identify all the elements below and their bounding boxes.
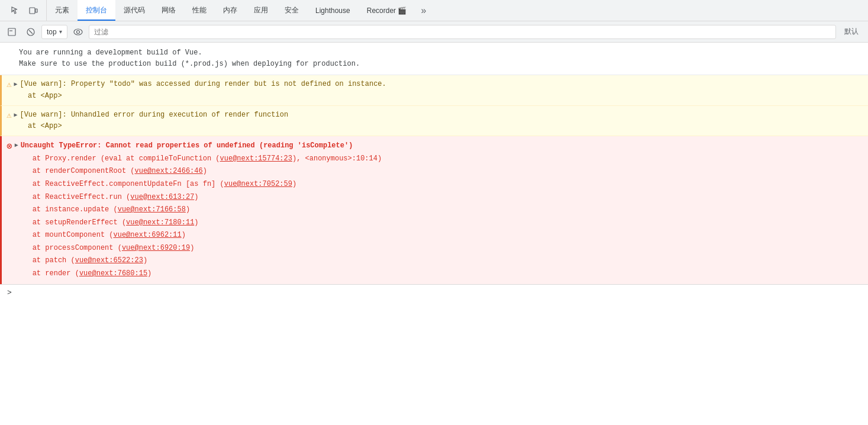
console-info-message: You are running a development build of V… — [0, 43, 868, 75]
inspect-element-button[interactable] — [7, 2, 24, 19]
svg-rect-0 — [30, 8, 35, 14]
stack-line-7: at mountComponent (vue@next:6962:11) — [33, 229, 382, 242]
tab-list: 元素 控制台 源代码 网络 性能 内存 应用 安全 Lighthouse Rec… — [47, 0, 866, 21]
tab-security[interactable]: 安全 — [276, 0, 307, 21]
svg-point-6 — [74, 29, 82, 35]
tab-performance[interactable]: 性能 — [184, 0, 215, 21]
svg-point-7 — [76, 30, 79, 33]
console-prompt-line: > — [0, 284, 868, 301]
stack-line-1: at Proxy.render (eval at compileToFuncti… — [33, 153, 382, 166]
filter-visibility-button[interactable] — [70, 24, 86, 40]
error-icon: ⊗ — [7, 140, 12, 152]
svg-rect-2 — [8, 28, 15, 36]
stack-link-10[interactable]: vue@next:7680:15 — [79, 269, 147, 278]
console-output: You are running a development build of V… — [0, 43, 868, 425]
error-main-text: Uncaught TypeError: Cannot read properti… — [21, 140, 382, 153]
tab-memory[interactable]: 内存 — [215, 0, 246, 21]
svg-rect-1 — [36, 9, 37, 12]
stack-link-8[interactable]: vue@next:6920:19 — [122, 244, 190, 252]
tab-console[interactable]: 控制台 — [78, 0, 115, 21]
console-warning-1: ⚠ ▶ [Vue warn]: Property "todo" was acce… — [0, 75, 868, 105]
tab-elements[interactable]: 元素 — [47, 0, 78, 21]
stack-link-7[interactable]: vue@next:6962:11 — [114, 231, 182, 239]
warning-toggle-1[interactable]: ▶ — [14, 81, 17, 88]
context-selector[interactable]: top ▾ — [41, 25, 67, 39]
stack-link-9[interactable]: vue@next:6522:23 — [75, 256, 143, 265]
warning-row-2: ⚠ ▶ [Vue warn]: Unhandled error during e… — [7, 110, 861, 121]
tab-more-button[interactable]: » — [415, 0, 432, 21]
warning-toggle-2[interactable]: ▶ — [14, 111, 17, 118]
info-line-1: You are running a development build of V… — [19, 47, 861, 59]
stack-line-4: at ReactiveEffect.run (vue@next:613:27) — [33, 191, 382, 204]
warning-text-2: [Vue warn]: Unhandled error during execu… — [20, 110, 288, 121]
warning-text-1: [Vue warn]: Property "todo" was accessed… — [20, 79, 386, 90]
stack-link-1[interactable]: vue@next:15774:23 — [220, 154, 292, 163]
console-warning-2: ⚠ ▶ [Vue warn]: Unhandled error during e… — [0, 106, 868, 136]
tab-sources[interactable]: 源代码 — [115, 0, 153, 21]
stack-line-2: at renderComponentRoot (vue@next:2466:46… — [33, 165, 382, 178]
error-stack: at Proxy.render (eval at compileToFuncti… — [21, 153, 382, 281]
tab-application[interactable]: 应用 — [246, 0, 276, 21]
dropdown-arrow-icon: ▾ — [59, 28, 62, 35]
console-input[interactable] — [17, 288, 861, 297]
devtools-icons — [2, 0, 47, 21]
device-toolbar-button[interactable] — [25, 2, 41, 19]
stack-line-5: at instance.update (vue@next:7166:58) — [33, 204, 382, 217]
info-line-2: Make sure to use the production build (*… — [19, 59, 861, 70]
tab-network[interactable]: 网络 — [153, 0, 184, 21]
warning-indent-1: at <App> — [7, 91, 861, 102]
filter-input[interactable] — [89, 25, 836, 39]
stack-line-9: at patch (vue@next:6522:23) — [33, 255, 382, 268]
stack-link-5[interactable]: vue@next:7166:58 — [118, 205, 186, 214]
stack-link-6[interactable]: vue@next:7180:11 — [126, 218, 194, 227]
error-row: ⊗ ▶ Uncaught TypeError: Cannot read prop… — [7, 140, 861, 281]
default-levels-label[interactable]: 默认 — [838, 27, 864, 37]
tab-recorder[interactable]: Recorder 🎬 — [359, 0, 415, 21]
warning-indent-2: at <App> — [7, 121, 861, 132]
console-prompt-toggle[interactable] — [4, 24, 20, 40]
tab-bar: 元素 控制台 源代码 网络 性能 内存 应用 安全 Lighthouse Rec… — [0, 0, 868, 21]
warning-icon-1: ⚠ — [7, 79, 11, 89]
stack-line-3: at ReactiveEffect.componentUpdateFn [as … — [33, 178, 382, 191]
stack-line-8: at processComponent (vue@next:6920:19) — [33, 242, 382, 255]
clear-console-button[interactable] — [22, 24, 39, 40]
warning-icon-2: ⚠ — [7, 110, 11, 120]
warning-row-1: ⚠ ▶ [Vue warn]: Property "todo" was acce… — [7, 79, 861, 90]
stack-link-2[interactable]: vue@next:2466:46 — [135, 167, 203, 175]
stack-link-4[interactable]: vue@next:613:27 — [130, 193, 194, 201]
error-content: Uncaught TypeError: Cannot read properti… — [21, 140, 382, 281]
stack-link-3[interactable]: vue@next:7052:59 — [224, 180, 292, 188]
svg-line-5 — [29, 30, 33, 34]
console-error: ⊗ ▶ Uncaught TypeError: Cannot read prop… — [0, 136, 868, 284]
stack-line-6: at setupRenderEffect (vue@next:7180:11) — [33, 217, 382, 230]
console-toolbar: top ▾ 默认 — [0, 21, 868, 43]
stack-line-10: at render (vue@next:7680:15) — [33, 268, 382, 281]
error-toggle[interactable]: ▶ — [15, 141, 18, 149]
prompt-arrow-icon: > — [7, 288, 12, 297]
tab-lighthouse[interactable]: Lighthouse — [307, 0, 359, 21]
